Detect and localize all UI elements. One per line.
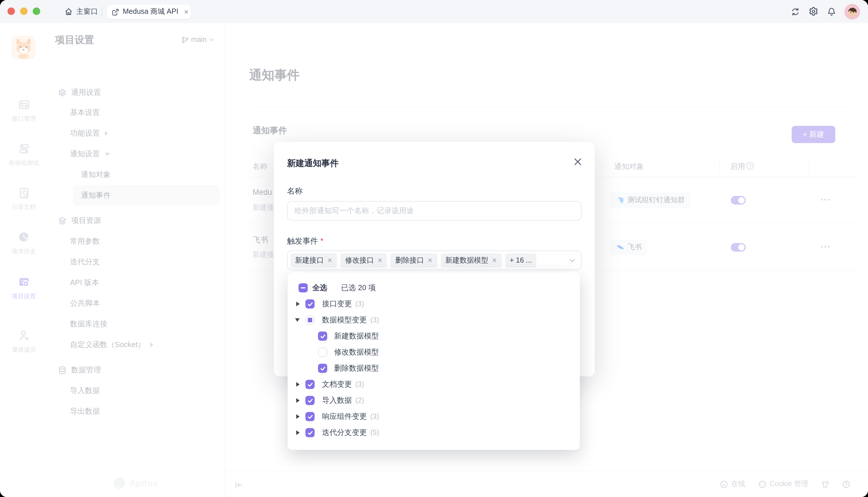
group-row-data-model-changes[interactable]: 数据模型变更 (3): [288, 312, 580, 328]
select-all-checkbox-indeterminate[interactable]: [298, 283, 308, 293]
checkbox-indeterminate[interactable]: [305, 315, 314, 325]
zoom-window-button[interactable]: [33, 8, 40, 15]
project-tab[interactable]: Medusa 商城 API ×: [107, 4, 191, 19]
name-input[interactable]: 给外部通知写一个名称，记录该用途: [287, 201, 582, 221]
group-row-import-data[interactable]: 导入数据 (2): [288, 393, 580, 409]
close-window-button[interactable]: [8, 8, 15, 15]
more-tags-badge: + 16 ...: [505, 253, 536, 268]
modal-title: 新建通知事件: [287, 158, 339, 169]
trigger-field-label: 触发事件*: [287, 236, 323, 246]
remove-tag-icon[interactable]: ✕: [377, 257, 382, 264]
checkbox-checked[interactable]: [305, 396, 314, 405]
user-avatar[interactable]: [844, 4, 860, 19]
child-row-delete-data-model[interactable]: 删除数据模型: [288, 360, 580, 377]
minimize-window-button[interactable]: [20, 8, 28, 15]
project-tab-label: Medusa 商城 API: [123, 7, 178, 17]
trigger-events-multiselect[interactable]: 新建接口✕ 修改接口✕ 删除接口✕ 新建数据模型✕ + 16 ...: [287, 251, 582, 270]
checkbox-checked[interactable]: [318, 364, 327, 373]
selected-tag: 删除接口✕: [391, 253, 437, 268]
bell-icon[interactable]: [827, 6, 836, 16]
checkbox-unchecked[interactable]: [318, 347, 327, 357]
name-input-placeholder: 给外部通知写一个名称，记录该用途: [294, 206, 414, 216]
checkbox-checked[interactable]: [305, 299, 314, 309]
home-icon: [64, 7, 73, 16]
gear-icon[interactable]: [808, 6, 819, 17]
traffic-lights: [8, 8, 40, 15]
remove-tag-icon[interactable]: ✕: [492, 257, 497, 264]
checkbox-checked[interactable]: [305, 428, 314, 437]
checkbox-checked[interactable]: [305, 412, 314, 421]
remove-tag-icon[interactable]: ✕: [327, 257, 333, 264]
home-tab-label: 主窗口: [76, 6, 98, 16]
close-icon[interactable]: [574, 157, 582, 166]
child-row-new-data-model[interactable]: 新建数据模型: [288, 328, 580, 344]
group-row-doc-changes[interactable]: 文档变更 (3): [288, 377, 580, 393]
selected-tag: 新建接口✕: [291, 253, 337, 268]
group-row-api-changes[interactable]: 接口变更 (3): [288, 296, 580, 312]
tab-close-icon[interactable]: ×: [184, 8, 188, 15]
group-row-iteration-branch-changes[interactable]: 迭代分支变更 (5): [288, 425, 580, 441]
remove-tag-icon[interactable]: ✕: [427, 257, 432, 264]
main-window-tab[interactable]: 主窗口: [64, 0, 98, 23]
group-row-response-component-changes[interactable]: 响应组件变更 (3): [288, 409, 580, 425]
expand-right-icon[interactable]: [295, 414, 301, 420]
expand-right-icon[interactable]: [295, 430, 301, 436]
checkbox-checked[interactable]: [318, 331, 327, 341]
selected-count: 已选 20 项: [341, 283, 376, 293]
titlebar: 主窗口 Medusa 商城 API ×: [0, 0, 868, 23]
chevron-down-icon: [570, 258, 575, 262]
expand-right-icon[interactable]: [295, 301, 301, 307]
tab-separator: [102, 7, 102, 16]
selected-tag: 修改接口✕: [340, 253, 387, 268]
external-link-icon: [112, 8, 119, 16]
expand-right-icon[interactable]: [295, 382, 301, 387]
select-all-row[interactable]: 全选 已选 20 项: [288, 280, 580, 296]
expand-down-icon[interactable]: [295, 317, 301, 323]
checkbox-checked[interactable]: [305, 380, 314, 389]
selected-tag: 新建数据模型✕: [441, 253, 501, 268]
trigger-events-dropdown: 全选 已选 20 项 接口变更 (3) 数据模型变更 (3) 新建数据模型 修改…: [288, 272, 580, 450]
expand-right-icon[interactable]: [295, 398, 301, 403]
name-field-label: 名称: [287, 186, 303, 197]
required-mark: *: [320, 237, 323, 245]
app-window: 主窗口 Medusa 商城 API ×: [0, 0, 868, 497]
sync-icon[interactable]: [791, 6, 800, 16]
child-row-modify-data-model[interactable]: 修改数据模型: [288, 344, 580, 360]
